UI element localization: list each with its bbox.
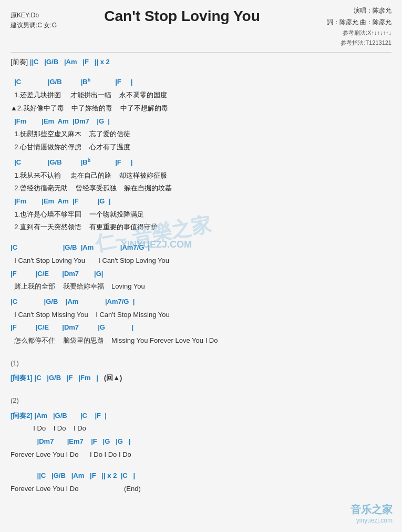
bottom-watermark-text: 音乐之家 xyxy=(351,503,393,517)
lyric-line-5: 1.我从来不认输 走在自己的路 却这样被妳征服 xyxy=(11,169,391,182)
original-key: 原KEY:Db xyxy=(11,11,57,21)
verse1-block2: |C |G/B |Bb |F | 1.我从来不认输 走在自己的路 却这样被妳征服… xyxy=(11,156,391,234)
interlude2: [间奏2] |Am |G/B |C |F | I Do I Do I Do |D… xyxy=(11,410,391,462)
chorus1: |C |G/B |Am |Am7/G | I Can't Stop Loving… xyxy=(11,241,391,293)
lyric-line-8: 2.直到有一天突然领悟 有更重要的事值得守护 xyxy=(11,221,391,234)
header-divider xyxy=(11,52,391,53)
prelude-section: [前奏] ||C |G/B |Am |F || x 2 xyxy=(11,56,391,69)
singer: 演唱：陈彦允 xyxy=(307,5,391,17)
chorus2: |C |G/B |Am |Am7/G | I Can't Stop Missin… xyxy=(11,295,391,347)
interlude1-chords: [间奏1] |C |G/B |F |Fm | (回▲) xyxy=(11,372,391,385)
verse1-block1: |C |G/B |Bb |F | 1.还差几块拼图 才能拼出一幅 永不凋零的国度… xyxy=(11,76,391,154)
lyric-line-1: 1.还差几块拼图 才能拼出一幅 永不凋零的国度 xyxy=(11,89,391,102)
paren-2: (2) xyxy=(11,394,391,407)
chorus1-lyric-2: 赌上我的全部 我要给妳幸福 Loving You xyxy=(11,280,391,293)
lyric-line-4: 2.心甘情愿做妳的俘虏 心才有了温度 xyxy=(11,141,391,154)
chorus2-chord-2: |F |C/E |Dm7 |G | xyxy=(11,321,391,334)
bottom-watermark: 音乐之家 yinyuezj.com xyxy=(351,503,393,524)
chorus2-chord-1: |C |G/B |Am |Am7/G | xyxy=(11,295,391,309)
song-title: Can't Stop Loving You xyxy=(57,5,307,25)
interlude1: [间奏1] |C |G/B |F |Fm | (回▲) xyxy=(11,372,391,385)
paren-1: (1) xyxy=(11,357,391,370)
bottom-watermark-url: yinyuezj.com xyxy=(351,517,393,524)
chorus1-chord-2: |F |C/E |Dm7 |G| xyxy=(11,268,391,281)
interlude2-lyric-1: I Do I Do I Do xyxy=(11,422,391,435)
outro-lyric-1: Forever Love You I Do (End) xyxy=(11,483,391,496)
chord-line-1: |C |G/B |Bb |F | xyxy=(11,76,391,89)
lyric-line-6: 2.曾经彷徨毫无助 曾经享受孤独 躲在自掘的坟墓 xyxy=(11,182,391,195)
interlude2-chord-1: [间奏2] |Am |G/B |C |F | xyxy=(11,410,391,423)
lyric-line-7: 1.也许是心墙不够牢固 一个吻就投降满足 xyxy=(11,208,391,221)
outro-chord-1: ||C |G/B |Am |F || x 2 |C | xyxy=(11,469,391,483)
song-info: 演唱：陈彦允 詞：陈彦允 曲：陈彦允 参考刷法:X↑↓↑↓↑↑↓ 参考指法:T1… xyxy=(307,5,391,48)
interlude2-chord-2: |Dm7 |Em7 |F |G |G | xyxy=(11,435,391,448)
chorus1-lyric-1: I Can't Stop Loving You I Can't Stop Lov… xyxy=(11,254,391,268)
lyric-line-2: ▲2.我好像中了毒 中了妳给的毒 中了不想解的毒 xyxy=(11,102,391,115)
chorus1-chord-1: |C |G/B |Am |Am7/G | xyxy=(11,241,391,254)
key-info: 原KEY:Db 建议男调:C 女:G xyxy=(11,11,57,30)
outro: ||C |G/B |Am |F || x 2 |C | Forever Love… xyxy=(11,469,391,495)
chorus2-lyric-2: 怎么都停不住 脑袋里的思路 Missing You Forever Love Y… xyxy=(11,334,391,347)
header: 原KEY:Db 建议男调:C 女:G Can't Stop Loving You… xyxy=(11,5,391,48)
chorus2-lyric-1: I Can't Stop Missing You I Can't Stop Mi… xyxy=(11,309,391,322)
ref-finger: 参考指法:T1213121 xyxy=(307,38,391,48)
chord-line-4: |Fm |Em Am |F |G | xyxy=(11,195,391,208)
chord-line-3: |C |G/B |Bb |F | xyxy=(11,156,391,169)
interlude2-lyric-2: Forever Love You I Do I Do I Do I Do xyxy=(11,448,391,462)
prelude-chords: [前奏] ||C |G/B |Am |F || x 2 xyxy=(11,56,391,69)
lyricist-composer: 詞：陈彦允 曲：陈彦允 xyxy=(307,17,391,28)
chord-line-2: |Fm |Em Am |Dm7 |G | xyxy=(11,115,391,128)
lyric-line-3: 1.抚慰那些空虚又麻木 忘了爱的信徒 xyxy=(11,128,391,141)
ref-strum: 参考刷法:X↑↓↑↓↑↑↓ xyxy=(307,28,391,38)
page: 仁~ 音樂之家 YINYUEZJ.COM 原KEY:Db 建议男调:C 女:G … xyxy=(0,0,402,532)
suggested-key: 建议男调:C 女:G xyxy=(11,21,57,30)
